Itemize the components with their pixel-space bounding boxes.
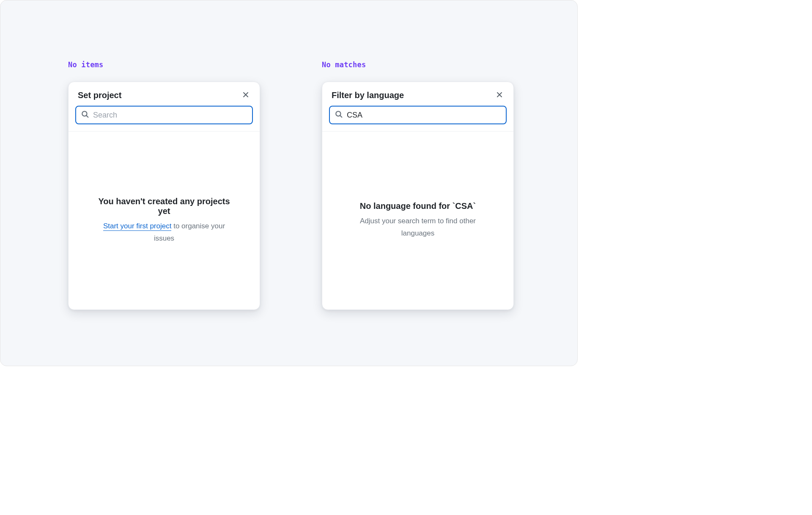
demo-stage: No items No matches Set project	[0, 0, 578, 366]
search-icon	[81, 110, 89, 120]
panel-body: No language found for `CSA` Adjust your …	[322, 131, 513, 310]
close-icon	[496, 91, 503, 99]
panel-body: You haven't created any projects yet Sta…	[69, 131, 260, 310]
start-project-link[interactable]: Start your first project	[103, 222, 172, 231]
section-label-no-matches: No matches	[322, 60, 366, 69]
close-icon	[242, 91, 249, 99]
empty-state-title: You haven't created any projects yet	[96, 197, 233, 216]
search-icon	[335, 110, 343, 120]
empty-state: You haven't created any projects yet Sta…	[88, 197, 240, 245]
panel-set-project: Set project	[68, 82, 260, 310]
close-button[interactable]	[239, 89, 252, 101]
panel-filter-language: Filter by language	[322, 82, 514, 310]
empty-state: No language found for `CSA` Adjust your …	[342, 201, 494, 240]
empty-state-subtitle: Adjust your search term to find other la…	[349, 215, 486, 240]
panel-header: Set project	[69, 82, 260, 101]
search-container	[322, 101, 513, 131]
empty-state-title: No language found for `CSA`	[349, 201, 486, 211]
panel-header: Filter by language	[322, 82, 513, 101]
empty-state-subtitle: Start your first project to organise you…	[96, 220, 233, 245]
panel-title: Filter by language	[332, 90, 404, 100]
search-field[interactable]	[329, 106, 507, 124]
search-input[interactable]	[347, 111, 501, 120]
search-field[interactable]	[75, 106, 253, 124]
section-label-no-items: No items	[68, 60, 103, 69]
close-button[interactable]	[493, 89, 506, 101]
search-container	[69, 101, 260, 131]
panel-title: Set project	[78, 90, 121, 100]
search-input[interactable]	[93, 111, 247, 120]
